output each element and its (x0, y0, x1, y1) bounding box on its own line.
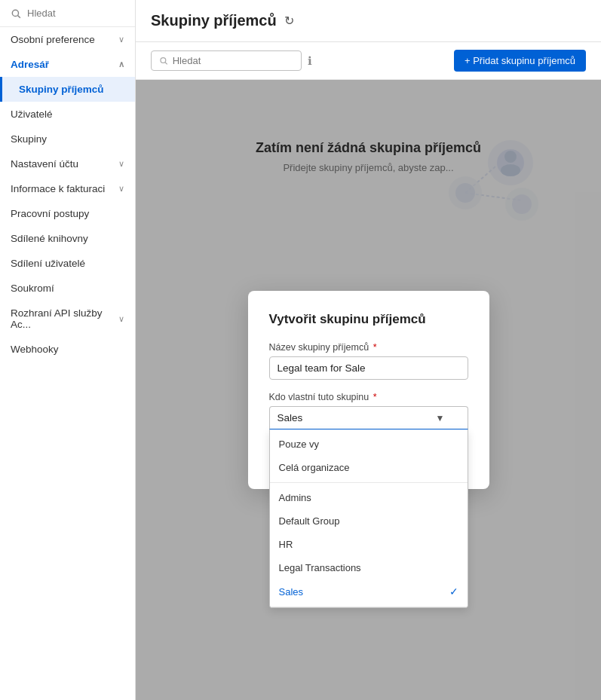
owner-label: Kdo vlastní tuto skupinu * (269, 392, 468, 402)
content-area: Zatím není žádná skupina příjemců Přidej… (136, 80, 601, 700)
sidebar-item-label: Soukromí (11, 283, 54, 294)
search-icon (11, 8, 21, 19)
dropdown-item-admins[interactable]: Admins (270, 486, 468, 509)
sidebar-item-label: Sdílené knihovny (11, 233, 88, 244)
page-title: Skupiny příjemců (151, 12, 277, 29)
sidebar-item-groups[interactable]: Skupiny (0, 127, 135, 151)
sidebar-item-workflows[interactable]: Pracovní postupy (0, 201, 135, 226)
group-name-input[interactable] (269, 356, 468, 380)
sidebar-search[interactable]: Hledat (0, 0, 135, 27)
dropdown-item-label: HR (279, 539, 293, 550)
owner-form-group: Kdo vlastní tuto skupinu * Sales ▼ Pouze… (269, 392, 468, 429)
refresh-icon[interactable]: ↻ (284, 14, 294, 28)
check-icon: ✓ (449, 585, 458, 598)
main-header: Skupiny příjemců ↻ (136, 0, 601, 42)
dropdown-item-label: Celá organizace (279, 462, 350, 473)
sidebar-search-label: Hledat (27, 8, 56, 19)
sidebar-item-label: Rozhraní API služby Ac... (11, 307, 118, 330)
sidebar-item-label: Sdílení uživatelé (11, 258, 85, 269)
name-form-group: Název skupiny příjemců * (269, 342, 468, 380)
sidebar-item-user-sharing[interactable]: Sdílení uživatelé (0, 251, 135, 276)
main-area: Skupiny příjemců ↻ ℹ + Přidat skupinu př… (136, 0, 601, 700)
dropdown-item-label: Legal Transactions (279, 562, 361, 573)
chevron-down-icon: ∨ (118, 184, 124, 194)
modal-overlay: Vytvořit skupinu příjemců Název skupiny … (136, 80, 601, 700)
search-icon (159, 56, 168, 66)
dropdown-item-hr[interactable]: HR (270, 533, 468, 556)
svg-line-1 (18, 15, 20, 17)
dialog-title: Vytvořit skupinu příjemců (269, 312, 468, 327)
sidebar-item-billing[interactable]: Informace k fakturaci ∨ (0, 176, 135, 201)
sidebar-item-label: Nastavení účtu (11, 158, 78, 170)
dropdown-item-legal-transactions[interactable]: Legal Transactions (270, 556, 468, 579)
chevron-down-icon: ▼ (436, 413, 445, 423)
chevron-down-icon: ∨ (118, 159, 124, 169)
dropdown-section-groups: Admins Default Group HR Legal Transactio… (270, 483, 468, 607)
svg-point-2 (161, 58, 166, 63)
sidebar-item-label: Osobní preference (11, 34, 95, 45)
create-dialog: Vytvořit skupinu příjemců Název skupiny … (248, 291, 489, 489)
owner-selected-value: Sales (278, 412, 303, 423)
search-input[interactable] (173, 55, 293, 66)
sidebar-item-users[interactable]: Uživatelé (0, 102, 135, 127)
owner-dropdown-list: Pouze vy Celá organizace Admins (269, 429, 468, 608)
sidebar-item-recipient-groups[interactable]: Skupiny příjemců (0, 77, 135, 102)
sidebar-item-address-book[interactable]: Adresář ∧ (0, 52, 135, 77)
dropdown-item-label: Default Group (279, 515, 340, 527)
sidebar-item-personal-prefs[interactable]: Osobní preference ∨ (0, 27, 135, 52)
dropdown-item-label: Admins (279, 492, 311, 503)
name-label: Název skupiny příjemců * (269, 342, 468, 353)
add-recipient-group-button[interactable]: + Přidat skupinu příjemců (454, 50, 586, 72)
sidebar-item-label: Skupiny příjemců (19, 84, 104, 95)
dropdown-item-only-you[interactable]: Pouze vy (270, 433, 468, 456)
dropdown-item-sales[interactable]: Sales ✓ (270, 579, 468, 604)
sidebar-item-label: Informace k fakturaci (11, 183, 105, 194)
dropdown-item-label: Pouze vy (279, 439, 319, 450)
search-box[interactable] (151, 50, 302, 71)
sidebar-item-label: Pracovní postupy (11, 208, 89, 219)
dropdown-item-label: Sales (279, 586, 304, 598)
sidebar-item-shared-libraries[interactable]: Sdílené knihovny (0, 226, 135, 251)
toolbar: ℹ + Přidat skupinu příjemců (136, 42, 601, 80)
sidebar-item-label: Adresář (11, 59, 49, 70)
svg-point-0 (12, 10, 18, 16)
dropdown-item-whole-org[interactable]: Celá organizace (270, 456, 468, 479)
owner-select-display[interactable]: Sales ▼ (269, 406, 468, 429)
sidebar-item-webhooks[interactable]: Webhooky (0, 337, 135, 362)
dropdown-section-top: Pouze vy Celá organizace (270, 429, 468, 483)
sidebar-item-label: Webhooky (11, 344, 59, 355)
sidebar-item-label: Uživatelé (11, 109, 53, 120)
sidebar-item-privacy[interactable]: Soukromí (0, 276, 135, 301)
toolbar-left: ℹ (151, 50, 312, 71)
owner-select-wrapper: Sales ▼ Pouze vy Celá organizace (269, 406, 468, 429)
chevron-up-icon: ∧ (118, 60, 124, 69)
sidebar-item-api[interactable]: Rozhraní API služby Ac... ∨ (0, 301, 135, 337)
svg-line-3 (165, 63, 167, 65)
sidebar-item-account-settings[interactable]: Nastavení účtu ∨ (0, 151, 135, 176)
chevron-down-icon: ∨ (118, 314, 124, 324)
sidebar-item-label: Skupiny (11, 133, 47, 145)
info-icon[interactable]: ℹ (308, 54, 312, 68)
chevron-down-icon: ∨ (118, 35, 124, 44)
dropdown-item-default-group[interactable]: Default Group (270, 509, 468, 533)
sidebar: Hledat Osobní preference ∨ Adresář ∧ Sku… (0, 0, 136, 700)
